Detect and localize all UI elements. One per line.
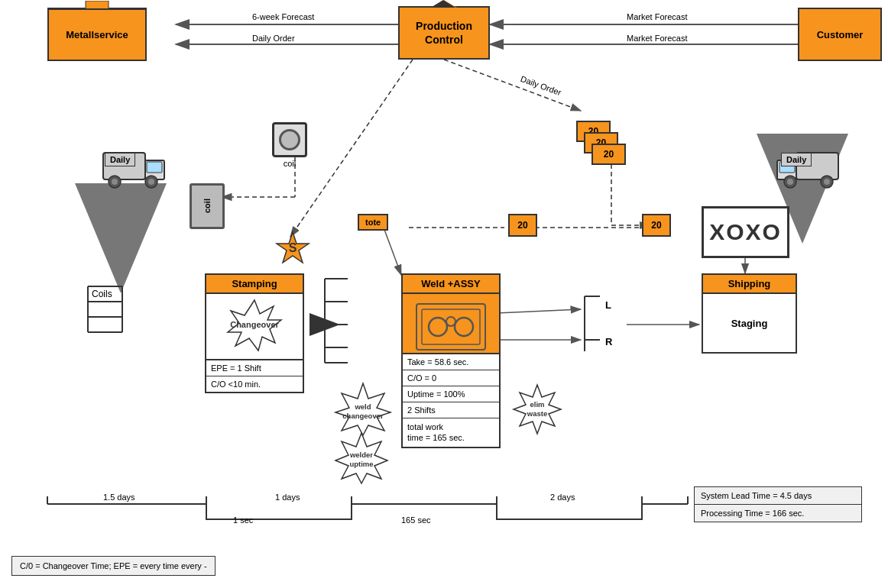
coil-top-icon: coil [272, 122, 307, 168]
svg-line-8 [290, 60, 413, 237]
daily-order-right-label: Daily Order [520, 74, 562, 97]
svg-point-70 [429, 318, 447, 336]
inv-20-mid: 20 [508, 214, 537, 237]
timeline-days-3: 2 days [550, 493, 575, 502]
timeline-sec-1: 1 sec [233, 515, 253, 525]
legend-text: C/0 = Changeover Time; EPE = every time … [20, 561, 207, 570]
svg-text:elim: elim [530, 400, 544, 409]
timeline-days-1: 1.5 days [103, 493, 135, 502]
stamping-data: EPE = 1 Shift C/O <10 min. [205, 359, 304, 393]
svg-text:weld: weld [354, 402, 371, 411]
svg-text:welder: welder [349, 451, 373, 459]
metallservice-label: Metallservice [66, 29, 128, 40]
timeline-days-2: 1 days [275, 493, 300, 502]
svg-text:S: S [289, 241, 297, 254]
svg-text:changeover: changeover [342, 412, 384, 420]
svg-point-42 [148, 179, 154, 185]
r-label: R [605, 336, 612, 347]
svg-rect-36 [47, 8, 147, 10]
production-control-box: Production Control [398, 6, 490, 60]
weld-co: C/O = 0 [403, 370, 499, 386]
scheduling-symbol: S [275, 231, 310, 268]
kaizen-weld-changeover: weld changeover [332, 382, 394, 439]
svg-text:uptime: uptime [349, 460, 373, 468]
stamping-epe: EPE = 1 Shift [206, 360, 303, 376]
kaizen-elim-waste: elim waste [510, 383, 564, 438]
svg-point-72 [446, 317, 455, 326]
inv-stack-right: 20 20 20 [576, 121, 630, 182]
processing-time: Processing Time = 166 sec. [695, 505, 861, 522]
svg-line-31 [384, 228, 401, 275]
system-info-box: System Lead Time = 4.5 days Processing T… [694, 486, 862, 522]
system-lead-time: System Lead Time = 4.5 days [695, 487, 861, 505]
weld-header: Weld +ASSY [401, 273, 501, 292]
customer-box: Customer [798, 8, 882, 61]
customer-label: Customer [817, 29, 864, 40]
market-forecast-top-label: Market Forecast [627, 12, 687, 21]
weld-data: Take = 58.6 sec. C/O = 0 Uptime = 100% 2… [401, 353, 501, 448]
inv-20-right: 20 [642, 214, 671, 237]
svg-point-49 [824, 179, 830, 185]
svg-point-47 [787, 179, 793, 185]
weld-take: Take = 58.6 sec. [403, 354, 499, 370]
weld-shifts: 2 Shifts [403, 402, 499, 418]
kaizen-welder-uptime: welder uptime [332, 431, 391, 487]
market-forecast-bottom-label: Market Forecast [627, 34, 687, 43]
svg-line-7 [444, 60, 581, 111]
stamping-co: C/O <10 min. [206, 376, 303, 392]
tote-label: tote [358, 214, 388, 231]
shipping-header: Shipping [702, 273, 797, 292]
truck-right-label: Daily [781, 153, 812, 166]
shipping-body: Staging [702, 292, 797, 354]
weld-body [401, 292, 501, 361]
weld-uptime: Uptime = 100% [403, 386, 499, 402]
coil-top-label: coil [272, 159, 307, 168]
svg-text:Changeover: Changeover [230, 320, 279, 329]
metallservice-box: Metallservice [47, 8, 147, 61]
svg-point-40 [112, 179, 118, 185]
daily-order-left-label: Daily Order [252, 34, 295, 43]
svg-text:waste: waste [527, 409, 547, 418]
svg-rect-43 [147, 162, 162, 173]
xoxo-label: XOXO [709, 219, 782, 245]
six-week-forecast-label: 6-week Forecast [252, 12, 314, 21]
stamping-header: Stamping [205, 273, 304, 292]
legend-box: C/0 = Changeover Time; EPE = every time … [11, 556, 216, 576]
inv-stack-3: 20 [591, 144, 626, 165]
xoxo-box: XOXO [702, 206, 789, 258]
weld-assy-process: Weld +ASSY [401, 273, 501, 361]
production-control-label: Production Control [416, 19, 472, 47]
svg-point-71 [455, 318, 473, 336]
coil-left-icon: coil [190, 183, 225, 229]
stamping-process: Stamping Changeover [205, 273, 304, 361]
shipping-process: Shipping Staging [702, 273, 797, 354]
timeline-sec-2: 165 sec [401, 515, 431, 525]
l-label: L [605, 299, 611, 311]
svg-line-10 [497, 309, 581, 313]
weld-total-work: total worktime = 165 sec. [403, 418, 499, 447]
stamping-body: Changeover [205, 292, 304, 361]
truck-left-label: Daily [105, 153, 135, 166]
